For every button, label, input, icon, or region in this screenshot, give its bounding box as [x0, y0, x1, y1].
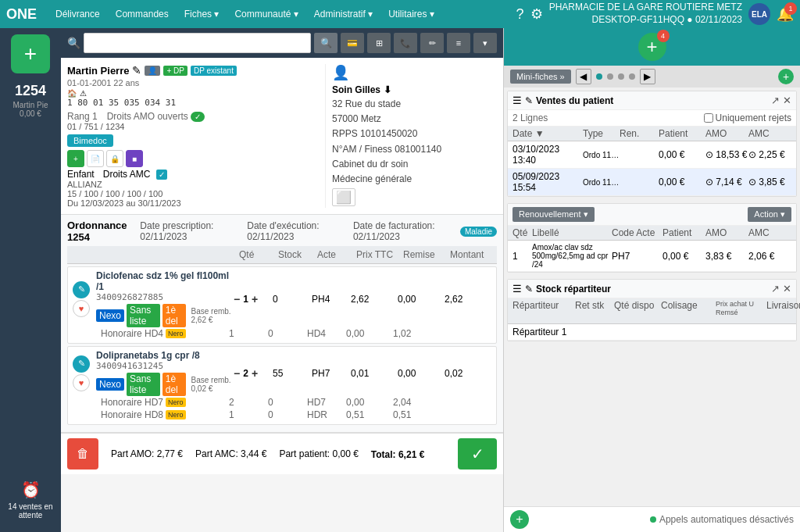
prix-2: 0,01	[351, 368, 398, 379]
nav-administratif[interactable]: Administratif ▾	[311, 9, 376, 20]
badge-nexo-1: Nexo	[96, 309, 124, 322]
mini-fiches-bar: Mini-fiches » ◀ ▶ +	[504, 66, 800, 87]
sidebar-add-button[interactable]: +	[11, 34, 50, 73]
qty-plus-1[interactable]: +	[252, 293, 258, 305]
rang-label: Rang 1	[67, 111, 98, 122]
ventes-external-link[interactable]: ↗	[771, 95, 780, 106]
ventes-title: Ventes du patient	[536, 95, 768, 106]
mini-fiches-button[interactable]: Mini-fiches »	[510, 70, 571, 84]
ventes-row-1[interactable]: 03/10/2023 13:40 Ordo 1178 - Son Gilles …	[508, 141, 796, 169]
uniquement-rejets-checkbox[interactable]	[704, 113, 713, 123]
right-bottom-add-button[interactable]: +	[510, 510, 529, 529]
table-header: Qté Stock Acte Prix TTC Remise Montant	[67, 246, 497, 264]
honoraire-label-2b: Honoraire HD8	[101, 409, 163, 420]
medicine-row-2: ✎ ♥ Dolipranetabs 1g cpr /8 340094163124…	[67, 346, 497, 425]
badge-1e-del-1: 1è del	[162, 304, 186, 327]
settings-icon[interactable]: ⚙	[530, 5, 543, 23]
right-bottom-bar: + Appels automatiques désactivés	[504, 506, 800, 532]
patient-action-green[interactable]: +	[67, 150, 84, 167]
soin-action-icon[interactable]: ⬜	[332, 190, 497, 205]
stock-repartiteur-1: Répartiteur 1	[512, 327, 575, 337]
notif-count: 1	[784, 2, 797, 15]
stock-close-btn[interactable]: ✕	[783, 283, 791, 295]
right-add-button[interactable]: + 4	[638, 33, 666, 61]
qty-minus-2[interactable]: −	[234, 367, 240, 380]
sidebar-ventes-label: 14 ventes en attente	[0, 502, 61, 520]
search-bar: 🔍 🔍 💳 ⊞ 📞 ✏ ≡ ▾	[61, 28, 503, 58]
stock-external-link[interactable]: ↗	[771, 283, 780, 295]
amc-dates: Du 12/03/2023 au 30/11/2023	[67, 198, 319, 208]
nav-next-arrow[interactable]: ▶	[640, 69, 655, 84]
qty-minus-1[interactable]: −	[234, 293, 240, 305]
patient-action-doc[interactable]: 📄	[87, 150, 104, 167]
med-edit-btn-1[interactable]: ✎	[73, 281, 90, 298]
nav-fiches[interactable]: Fiches ▾	[181, 9, 223, 20]
patient-action-lock[interactable]: 🔒	[106, 150, 123, 167]
search-input[interactable]	[84, 33, 311, 53]
nav-prev-arrow[interactable]: ◀	[576, 69, 591, 84]
avatar: ELA	[748, 3, 770, 25]
bimedoc-button[interactable]: Bimedoc	[67, 134, 113, 147]
nav-commandes[interactable]: Commandes	[112, 9, 172, 20]
ventes-menu-icon[interactable]: ☰	[512, 95, 522, 106]
nav-delivrance[interactable]: Délivrance	[52, 9, 103, 20]
med-edit-btn-2[interactable]: ✎	[73, 355, 90, 373]
med-name-2: Dolipranetabs 1g cpr /8	[96, 350, 234, 361]
right-top-bar: + 4	[504, 28, 800, 66]
qty-plus-2[interactable]: +	[252, 367, 258, 380]
soin-address: 32 Rue du stade	[332, 97, 497, 112]
search-tab-edit[interactable]: ✏	[420, 33, 444, 53]
renouv-libelle-1: Amox/ac clav sdz 500mg/62,5mg ad cpr /24	[532, 243, 612, 269]
badge-1e-del-2: 1è del	[162, 373, 186, 396]
ordonnance-section: Ordonnance 1254 Date prescription: 02/11…	[61, 215, 503, 433]
hon-montant-1: 1,02	[393, 328, 440, 339]
med-fav-btn-1[interactable]: ♥	[73, 300, 90, 317]
soin-name: Soin Gilles ⬇	[332, 84, 497, 95]
qty-control-2: − 2 +	[234, 367, 273, 380]
search-tab-more[interactable]: ▾	[473, 33, 497, 53]
nav-utilitaires[interactable]: Utilitaires ▾	[385, 9, 438, 20]
badge-nexo-2: Nexo	[96, 378, 124, 391]
top-navbar: ONE Délivrance Commandes Fiches ▾ Commun…	[0, 0, 800, 28]
vente-date-1: 03/10/2023 13:40	[512, 144, 583, 166]
patient-edit-icon[interactable]: ✎	[132, 64, 141, 77]
dot-4	[629, 73, 635, 80]
notification-bell[interactable]: 🔔 1	[777, 5, 794, 23]
col-remise: Remise	[400, 248, 447, 262]
search-submit-btn[interactable]: 🔍	[314, 33, 338, 53]
med-controls-1: ✎ ♥	[73, 281, 96, 317]
validate-button[interactable]: ✓	[458, 438, 497, 470]
base-remb-2: Base remb. 0,02 €	[191, 376, 234, 393]
stock-title: Stock répartiteur	[536, 284, 768, 295]
ventes-row-2[interactable]: 05/09/2023 15:54 Ordo 1161 - Appel Marie…	[508, 169, 796, 196]
montant-2: 0,02	[445, 368, 491, 379]
search-tab-card[interactable]: 💳	[341, 33, 364, 53]
search-tab-phone[interactable]: 📞	[394, 33, 417, 53]
stock-edit-icon[interactable]: ✎	[525, 284, 533, 295]
col-renouv-amc: AMC	[748, 227, 791, 238]
ventes-table-header: Date ▼ Type Ren. Patient AMO AMC	[508, 127, 796, 141]
mini-fiches-add-button[interactable]: +	[778, 69, 794, 84]
action-button[interactable]: Action ▾	[748, 207, 791, 222]
stock-1: 0	[273, 294, 312, 305]
col-renouv-qty: Qté	[512, 227, 532, 238]
hon-acte-1: HD4	[307, 328, 346, 339]
help-icon[interactable]: ?	[516, 6, 524, 23]
pharmacy-info: PHARMACIE DE LA GARE ROUTIERE METZ DESKT…	[549, 2, 742, 26]
search-tab-grid[interactable]: ⊞	[367, 33, 391, 53]
col-repartiteur: Répartiteur	[512, 300, 575, 322]
search-tab-list[interactable]: ≡	[447, 33, 470, 53]
med-fav-btn-2[interactable]: ♥	[73, 374, 90, 391]
soin-download-icon[interactable]: ⬇	[384, 84, 391, 95]
ventes-close-btn[interactable]: ✕	[783, 95, 791, 106]
ventes-edit-icon[interactable]: ✎	[525, 95, 533, 106]
badge-amo: ✓	[191, 112, 205, 122]
delete-button[interactable]: 🗑	[67, 438, 98, 470]
amc-name: ALLIANZ	[67, 180, 319, 189]
stock-menu-icon[interactable]: ☰	[512, 283, 522, 295]
renouvellement-button[interactable]: Renouvellement ▾	[512, 207, 595, 222]
badge-nero-1: Nero	[166, 329, 186, 338]
clock-icon: ⏰	[0, 480, 61, 499]
patient-action-purple[interactable]: ■	[126, 150, 143, 167]
nav-communaute[interactable]: Communauté ▾	[231, 9, 301, 20]
